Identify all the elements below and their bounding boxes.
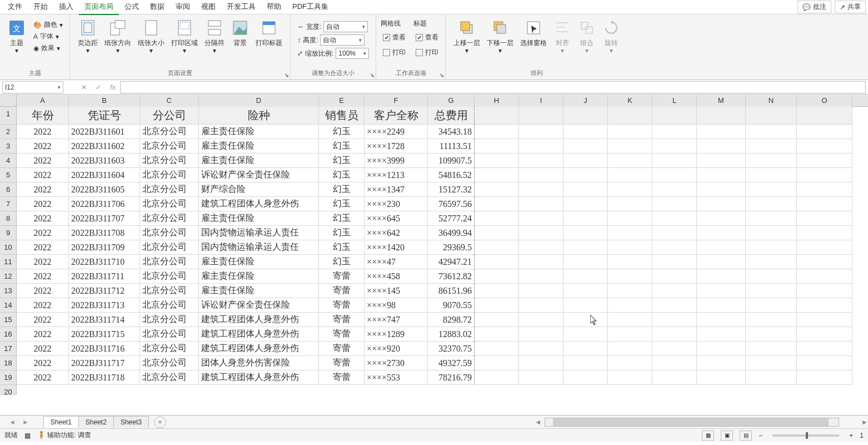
cell[interactable]: 2022	[17, 182, 69, 197]
cell[interactable]	[746, 370, 797, 385]
page-setup-launcher[interactable]: ⬊	[285, 72, 289, 78]
cell[interactable]	[797, 370, 852, 385]
cell[interactable]: 2022	[17, 370, 69, 385]
send-backward-button[interactable]: 下移一层▾	[483, 17, 517, 55]
add-sheet-button[interactable]: +	[154, 416, 166, 428]
cell[interactable]: 2022BJ311605	[69, 182, 140, 197]
cell[interactable]	[563, 356, 608, 370]
cell[interactable]: 诉讼财产保全责任保险	[199, 298, 319, 313]
colors-button[interactable]: 🎨颜色▾	[31, 19, 65, 31]
cell[interactable]	[746, 342, 797, 356]
cell[interactable]	[746, 240, 797, 255]
cell[interactable]: 幻玉	[319, 240, 365, 255]
cancel-formula-button[interactable]: ✕	[77, 83, 91, 91]
column-header-M[interactable]: M	[697, 95, 746, 107]
cell[interactable]	[697, 168, 746, 182]
cell[interactable]: 32370.75	[428, 342, 475, 356]
cell[interactable]	[652, 125, 697, 139]
group-button[interactable]: 组合▾	[575, 17, 599, 55]
column-header-C[interactable]: C	[140, 95, 199, 107]
cell[interactable]: 2022	[17, 240, 69, 255]
menu-tab-帮助[interactable]: 帮助	[261, 0, 287, 15]
cell[interactable]	[519, 342, 563, 356]
cell[interactable]	[475, 226, 519, 240]
zoom-value[interactable]: 1	[860, 432, 864, 439]
cell[interactable]	[563, 269, 608, 284]
cell[interactable]: 险种	[199, 107, 319, 125]
cell[interactable]	[697, 240, 746, 255]
menu-tab-审阅[interactable]: 审阅	[170, 0, 196, 15]
cell[interactable]	[563, 370, 608, 385]
orientation-button[interactable]: 纸张方向▾	[101, 17, 134, 55]
cell[interactable]	[746, 107, 797, 125]
cell[interactable]	[608, 154, 652, 168]
cell[interactable]: 雇主责任保险	[199, 139, 319, 154]
cell[interactable]	[652, 182, 697, 197]
cell[interactable]: ××××1728	[365, 139, 428, 154]
selection-pane-button[interactable]: 选择窗格	[517, 17, 550, 47]
cell[interactable]	[746, 182, 797, 197]
cell[interactable]: 寄蕾	[319, 298, 365, 313]
cell[interactable]	[563, 240, 608, 255]
cell[interactable]	[746, 226, 797, 240]
size-button[interactable]: 纸张大小▾	[134, 17, 168, 55]
cell[interactable]: 销售员	[319, 107, 365, 125]
rotate-button[interactable]: 旋转▾	[599, 17, 623, 55]
cell[interactable]	[475, 284, 519, 298]
cell[interactable]: 总费用	[428, 107, 475, 125]
headings-view-checkbox[interactable]: ✔查看	[413, 32, 441, 43]
cell[interactable]: 雇主责任保险	[199, 125, 319, 139]
cell[interactable]	[608, 269, 652, 284]
cell[interactable]: 2022BJ311712	[69, 284, 140, 298]
column-header-N[interactable]: N	[746, 95, 797, 107]
bring-forward-button[interactable]: 上移一层▾	[450, 17, 483, 55]
cell[interactable]	[652, 327, 697, 342]
cell[interactable]: 建筑工程团体人身意外伤	[199, 370, 319, 385]
margins-button[interactable]: 页边距▾	[74, 17, 101, 55]
cell[interactable]	[697, 327, 746, 342]
row-header[interactable]: 17	[0, 342, 17, 356]
cell[interactable]: 北京分公司	[140, 197, 199, 211]
cell[interactable]: 寄蕾	[319, 327, 365, 342]
row-header[interactable]: 12	[0, 269, 17, 284]
cell[interactable]: 2022BJ311717	[69, 356, 140, 370]
cell[interactable]: 北京分公司	[140, 255, 199, 269]
cell[interactable]	[697, 182, 746, 197]
cell[interactable]: 北京分公司	[140, 298, 199, 313]
cell[interactable]: ××××747	[365, 313, 428, 327]
cell[interactable]	[652, 370, 697, 385]
cell[interactable]: 52777.24	[428, 211, 475, 226]
align-button[interactable]: 对齐▾	[550, 17, 575, 55]
cell[interactable]	[563, 255, 608, 269]
cell[interactable]	[746, 284, 797, 298]
height-select[interactable]: 自动	[320, 34, 365, 46]
cell[interactable]	[652, 356, 697, 370]
cell[interactable]: ××××47	[365, 255, 428, 269]
cell[interactable]: 2022	[17, 197, 69, 211]
zoom-in-button[interactable]: +	[849, 432, 853, 439]
cell[interactable]	[519, 107, 563, 125]
row-header[interactable]: 2	[0, 125, 17, 139]
view-normal-button[interactable]: ▦	[702, 431, 714, 441]
width-select[interactable]: 自动	[323, 21, 368, 32]
cell[interactable]	[519, 240, 563, 255]
fonts-button[interactable]: A字体▾	[31, 31, 65, 42]
cell[interactable]: 2022	[17, 327, 69, 342]
cell[interactable]	[652, 240, 697, 255]
cell[interactable]	[797, 125, 852, 139]
cell[interactable]: 雇主责任保险	[199, 284, 319, 298]
column-header-H[interactable]: H	[475, 95, 519, 107]
cell[interactable]	[519, 197, 563, 211]
scale-launcher[interactable]: ⬊	[370, 72, 375, 78]
sheet-tab-Sheet3[interactable]: Sheet3	[113, 416, 149, 428]
cell[interactable]: 2022BJ311708	[69, 226, 140, 240]
cell[interactable]	[563, 107, 608, 125]
cell[interactable]	[746, 313, 797, 327]
column-header-F[interactable]: F	[365, 95, 428, 107]
cell[interactable]	[519, 139, 563, 154]
cell[interactable]	[797, 356, 852, 370]
macro-record-icon[interactable]: ▦	[24, 432, 31, 439]
cell[interactable]: 北京分公司	[140, 313, 199, 327]
spreadsheet-grid[interactable]: ABCDEFGHIJKLMNO 123456789101112131415161…	[0, 95, 868, 415]
cell[interactable]	[563, 139, 608, 154]
